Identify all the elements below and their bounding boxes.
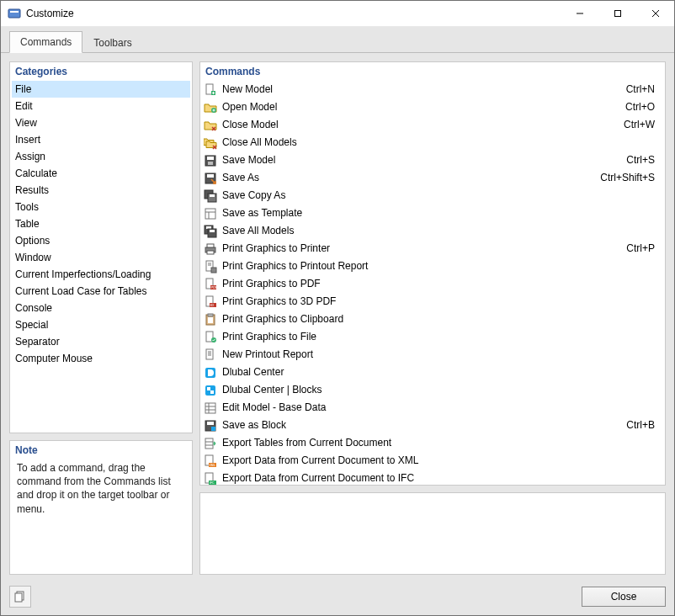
command-item[interactable]: Edit Model - Base Data: [202, 399, 663, 417]
svg-rect-3: [614, 11, 620, 17]
category-item[interactable]: Current Imperfections/Loading: [12, 266, 190, 283]
maximize-button[interactable]: [598, 1, 636, 26]
command-label: Dlubal Center | Blocks: [222, 381, 660, 399]
command-item[interactable]: Print Graphics to Printout Report: [202, 258, 663, 275]
command-item[interactable]: 3DPrint Graphics to 3D PDF: [202, 293, 663, 311]
note-text: To add a command, drag the command from …: [10, 459, 192, 521]
commands-list[interactable]: New ModelCtrl+NOpen ModelCtrl+OClose Mod…: [200, 81, 665, 485]
svg-rect-21: [207, 174, 214, 178]
tab-toolbars[interactable]: Toolbars: [82, 32, 142, 53]
category-item[interactable]: View: [12, 114, 190, 131]
category-item[interactable]: Computer Mouse: [12, 350, 190, 367]
command-item[interactable]: New Printout Report: [202, 346, 663, 364]
command-item[interactable]: IFCExport Data from Current Document to …: [202, 470, 663, 485]
svg-rect-31: [210, 230, 215, 232]
command-label: Print Graphics to 3D PDF: [222, 293, 660, 311]
command-item[interactable]: XMLExport Data from Current Document to …: [202, 452, 663, 470]
svg-rect-34: [207, 251, 214, 254]
category-item[interactable]: Results: [12, 182, 190, 199]
folder-close-all-icon: [204, 136, 217, 150]
category-item[interactable]: File: [12, 81, 190, 98]
command-item[interactable]: Save as BlockCtrl+B: [202, 417, 663, 434]
category-item[interactable]: Separator: [12, 333, 190, 350]
command-label: Save as Block: [222, 417, 621, 434]
command-item[interactable]: Save ModelCtrl+S: [202, 151, 663, 169]
command-item[interactable]: Dlubal Center: [202, 364, 663, 381]
dlubal-blocks-icon: [204, 384, 217, 397]
category-item[interactable]: Calculate: [12, 165, 190, 182]
folder-close-icon: [204, 119, 217, 132]
commands-header: Commands: [200, 62, 665, 81]
note-header: Note: [10, 441, 192, 459]
export-tables-icon: [204, 437, 217, 450]
export-xml-icon: XML: [204, 454, 217, 468]
titlebar: Customize: [1, 1, 674, 27]
command-item[interactable]: Save AsCtrl+Shift+S: [202, 169, 663, 187]
svg-rect-0: [8, 9, 20, 18]
command-shortcut: Ctrl+Shift+S: [600, 169, 660, 187]
category-item[interactable]: Options: [12, 232, 190, 249]
categories-header: Categories: [10, 62, 192, 81]
folder-open-icon: [204, 101, 217, 114]
right-column: Commands New ModelCtrl+NOpen ModelCtrl+O…: [199, 61, 666, 575]
category-item[interactable]: Window: [12, 249, 190, 266]
close-button[interactable]: Close: [582, 587, 666, 607]
svg-text:XML: XML: [210, 464, 215, 467]
command-shortcut: Ctrl+S: [626, 151, 660, 169]
svg-rect-18: [207, 157, 214, 160]
svg-rect-1: [10, 11, 19, 13]
command-label: Save Copy As: [222, 187, 660, 204]
command-shortcut: Ctrl+O: [625, 98, 660, 116]
svg-rect-24: [210, 194, 215, 197]
command-label: Print Graphics to Clipboard: [222, 311, 660, 328]
customize-dialog: Customize Commands Toolbars Categories F…: [0, 0, 675, 616]
edit-model-icon: [204, 401, 217, 415]
command-item[interactable]: Open ModelCtrl+O: [202, 98, 663, 116]
svg-rect-38: [211, 268, 216, 273]
command-label: Close All Models: [222, 134, 660, 151]
dlubal-center-icon: [204, 366, 217, 380]
command-item[interactable]: New ModelCtrl+N: [202, 81, 663, 98]
command-item[interactable]: Dlubal Center | Blocks: [202, 381, 663, 399]
command-item[interactable]: Print Graphics to Clipboard: [202, 311, 663, 328]
category-item[interactable]: Current Load Case for Tables: [12, 283, 190, 300]
command-item[interactable]: Save Copy As: [202, 187, 663, 204]
window-close-button[interactable]: [636, 1, 674, 26]
command-item[interactable]: Save as Template: [202, 204, 663, 222]
window-title: Customize: [26, 8, 74, 19]
categories-list[interactable]: FileEditViewInsertAssignCalculateResults…: [10, 81, 192, 370]
minimize-button[interactable]: [561, 1, 598, 26]
command-item[interactable]: Print Graphics to PrinterCtrl+P: [202, 240, 663, 258]
description-panel: [199, 492, 666, 575]
svg-rect-64: [211, 427, 215, 431]
svg-rect-25: [205, 209, 215, 219]
command-shortcut: Ctrl+B: [626, 417, 660, 434]
category-item[interactable]: Insert: [12, 131, 190, 148]
svg-text:3D: 3D: [210, 304, 215, 307]
command-item[interactable]: Close All Models: [202, 134, 663, 151]
save-as-icon: [204, 172, 217, 185]
categories-panel: Categories FileEditViewInsertAssignCalcu…: [9, 61, 193, 433]
category-item[interactable]: Console: [12, 300, 190, 316]
file-image-icon: [204, 331, 217, 344]
command-item[interactable]: PDFPrint Graphics to PDF: [202, 275, 663, 293]
copy-to-clipboard-icon[interactable]: [9, 586, 31, 608]
print-3dpdf-icon: 3D: [204, 295, 217, 309]
app-icon: [8, 7, 21, 20]
command-item[interactable]: Close ModelCtrl+W: [202, 116, 663, 134]
category-item[interactable]: Table: [12, 215, 190, 232]
command-item[interactable]: Save All Models: [202, 222, 663, 240]
category-item[interactable]: Edit: [12, 98, 190, 114]
command-label: Save as Template: [222, 204, 660, 222]
doc-new-icon: [204, 83, 217, 97]
svg-rect-47: [208, 317, 213, 323]
svg-text:PDF: PDF: [211, 285, 218, 289]
category-item[interactable]: Tools: [12, 199, 190, 215]
command-shortcut: Ctrl+W: [624, 116, 660, 134]
category-item[interactable]: Special: [12, 316, 190, 333]
command-item[interactable]: Print Graphics to File: [202, 328, 663, 346]
tab-commands[interactable]: Commands: [9, 31, 82, 53]
command-item[interactable]: Export Tables from Current Document: [202, 434, 663, 452]
save-copy-icon: [204, 189, 217, 203]
category-item[interactable]: Assign: [12, 148, 190, 165]
